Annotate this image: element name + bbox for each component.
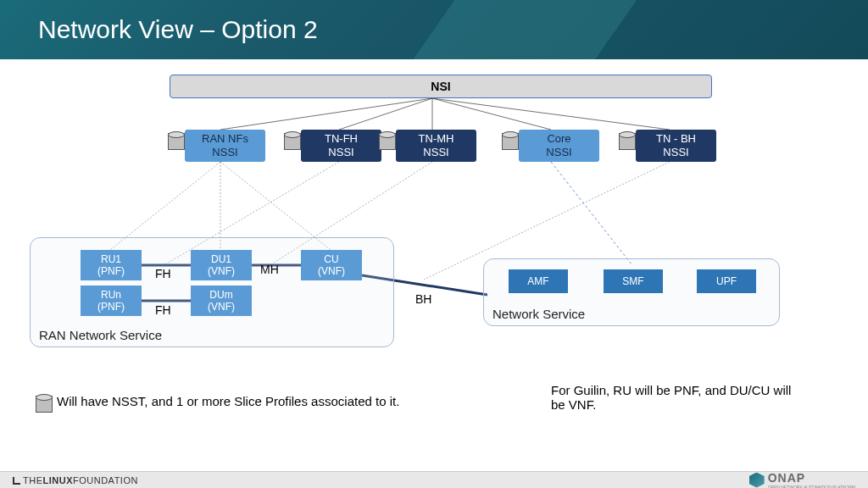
node-smf: SMF: [604, 269, 663, 293]
nssi-tnfh-l1: TN-FH: [325, 132, 358, 146]
nssi-core: Core NSSI: [519, 130, 599, 162]
ran-group-label: RAN Network Service: [39, 328, 162, 342]
node-run-l1: RUn: [101, 289, 121, 301]
nssi-ran-l1: RAN NFs: [202, 132, 248, 146]
node-du1-l1: DU1: [211, 253, 231, 265]
nssi-tnfh: TN-FH NSSI: [301, 130, 381, 162]
label-mh: MH: [260, 263, 279, 276]
node-dum: DUm (VNF): [191, 286, 252, 316]
onap-subtitle: OPEN NETWORK AUTOMATION PLATFORM: [768, 485, 855, 489]
node-du1-l2: (VNF): [208, 265, 235, 277]
svg-line-4: [432, 98, 670, 130]
node-upf: UPF: [697, 269, 756, 293]
cylinder-icon: [619, 131, 634, 150]
nssi-core-l1: Core: [547, 132, 570, 146]
slide-header: Network View – Option 2: [0, 0, 868, 59]
node-cu: CU (VNF): [301, 250, 362, 280]
note-nsst: Will have NSST, and 1 or more Slice Prof…: [57, 394, 399, 408]
cylinder-icon: [284, 131, 299, 150]
nssi-ran-l2: NSSI: [212, 146, 237, 159]
nssi-tnmh-l2: NSSI: [423, 146, 448, 159]
svg-line-3: [432, 98, 551, 130]
node-ru1-l2: (PNF): [97, 265, 125, 277]
cylinder-icon: [168, 131, 183, 150]
svg-line-0: [220, 98, 432, 130]
slide-title: Network View – Option 2: [38, 15, 318, 44]
onap-text: ONAP: [768, 471, 855, 485]
label-fh1: FH: [155, 267, 171, 280]
nssi-tnfh-l2: NSSI: [328, 146, 353, 159]
nssi-tnbh: TN - BH NSSI: [636, 130, 716, 162]
nssi-tnbh-l1: TN - BH: [656, 132, 696, 146]
svg-line-10: [551, 162, 632, 264]
nssi-tnbh-l2: NSSI: [663, 146, 688, 159]
node-dum-l2: (VNF): [208, 301, 235, 313]
nssi-tnmh-l1: TN-MH: [419, 132, 454, 146]
node-ru1: RU1 (PNF): [81, 250, 142, 280]
onap-logo: ONAP OPEN NETWORK AUTOMATION PLATFORM: [749, 471, 855, 489]
note-guilin: For Guilin, RU will be PNF, and DU/CU wi…: [551, 383, 805, 412]
node-cu-l2: (VNF): [318, 265, 345, 277]
cylinder-icon: [379, 131, 394, 150]
cylinder-icon: [36, 394, 51, 413]
node-ru1-l1: RU1: [101, 253, 121, 265]
nssi-tnmh: TN-MH NSSI: [396, 130, 476, 162]
linux-foundation-logo: THELINUXFOUNDATION: [13, 475, 138, 485]
node-amf: AMF: [509, 269, 568, 293]
cylinder-icon: [502, 131, 517, 150]
svg-line-1: [339, 98, 432, 130]
nsi-box: NSI: [170, 75, 712, 98]
slide-footer: THELINUXFOUNDATION ONAP OPEN NETWORK AUT…: [0, 471, 868, 488]
onap-cube-icon: [749, 473, 765, 488]
diagram-canvas: NSI RAN NFs NSSI TN-FH NSSI TN-MH NSSI C…: [0, 59, 868, 458]
nssi-core-l2: NSSI: [546, 146, 571, 159]
node-cu-l1: CU: [324, 253, 338, 265]
nssi-ran: RAN NFs NSSI: [185, 130, 265, 162]
node-du1: DU1 (VNF): [191, 250, 252, 280]
node-dum-l1: DUm: [209, 289, 232, 301]
node-run: RUn (PNF): [81, 286, 142, 316]
node-run-l2: (PNF): [97, 301, 125, 313]
ns-group-label: Network Service: [492, 307, 585, 321]
label-fh2: FH: [155, 303, 171, 317]
label-bh: BH: [415, 292, 431, 306]
